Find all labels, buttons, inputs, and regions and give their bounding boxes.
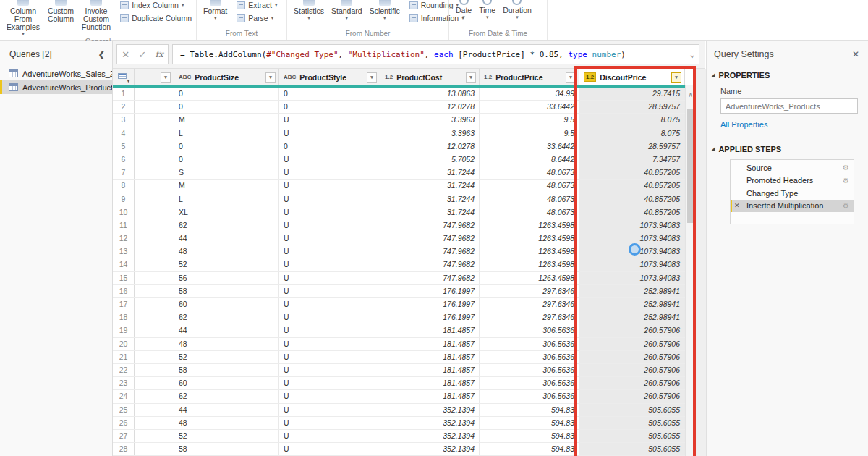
cell-ProductPrice[interactable]: 594.83	[480, 430, 579, 442]
cell-DiscoutPrice[interactable]: 40.857205	[579, 193, 685, 206]
cell-ProductPrice[interactable]: 1263.4598	[480, 258, 579, 271]
cell-ProductPrice[interactable]: 306.5636	[480, 351, 579, 363]
row-number[interactable]: 2	[113, 101, 135, 113]
cell-ProductCost[interactable]: 31.7244	[380, 193, 480, 206]
cell-ProductStyle[interactable]: 0	[279, 88, 380, 100]
cell-ProductPrice[interactable]: 594.83	[480, 443, 579, 455]
cell-ProductStyle[interactable]: U	[279, 324, 380, 337]
applied-step-promoted-headers[interactable]: Promoted Headers⚙	[731, 174, 854, 187]
cell-ProductPrice[interactable]: 594.83	[480, 404, 579, 416]
cell-hidden[interactable]	[135, 140, 174, 153]
ribbon-button-parse[interactable]: Parse▾	[237, 14, 277, 22]
cell-ProductPrice[interactable]: 48.0673	[480, 193, 579, 206]
row-number[interactable]: 25	[113, 404, 135, 416]
cell-hidden[interactable]	[135, 258, 174, 271]
cell-ProductCost[interactable]: 747.9682	[380, 272, 480, 284]
cell-ProductCost[interactable]: 181.4857	[380, 338, 480, 350]
cell-ProductPrice[interactable]: 306.5636	[480, 364, 579, 376]
cell-ProductPrice[interactable]: 33.6442	[480, 101, 579, 113]
filter-dropdown-icon[interactable]: ▾	[671, 72, 681, 83]
cell-ProductSize[interactable]: M	[174, 114, 279, 126]
query-name-input[interactable]	[720, 98, 858, 114]
cell-ProductStyle[interactable]: U	[279, 351, 380, 363]
cell-hidden[interactable]	[135, 377, 174, 389]
row-number[interactable]: 4	[113, 127, 135, 140]
filter-dropdown-icon[interactable]: ▾	[265, 72, 276, 83]
cell-ProductCost[interactable]: 747.9682	[380, 219, 480, 232]
cell-ProductStyle[interactable]: U	[279, 232, 380, 245]
cell-hidden[interactable]	[135, 272, 174, 284]
cell-ProductPrice[interactable]: 48.0673	[480, 180, 579, 192]
scrollbar-thumb[interactable]	[687, 109, 694, 223]
cell-ProductCost[interactable]: 181.4857	[380, 351, 480, 363]
cell-hidden[interactable]	[135, 101, 174, 113]
cell-hidden[interactable]	[135, 127, 174, 140]
cell-ProductPrice[interactable]: 33.6442	[480, 140, 579, 153]
filter-dropdown-icon[interactable]: ▾	[466, 72, 476, 83]
cell-ProductStyle[interactable]: U	[279, 404, 380, 416]
applied-step-source[interactable]: Source⚙	[731, 161, 854, 174]
column-header-ProductStyle[interactable]: ABCProductStyle▾	[279, 69, 380, 85]
cell-ProductSize[interactable]: 0	[174, 153, 279, 166]
cell-hidden[interactable]	[135, 390, 174, 402]
cell-hidden[interactable]	[135, 351, 174, 363]
cell-ProductSize[interactable]: 0	[174, 140, 279, 153]
cell-ProductStyle[interactable]: U	[279, 443, 380, 455]
cell-ProductSize[interactable]: 48	[174, 338, 279, 350]
cell-ProductStyle[interactable]: 0	[279, 140, 380, 153]
cell-ProductStyle[interactable]: U	[279, 285, 380, 297]
cell-ProductCost[interactable]: 181.4857	[380, 390, 480, 402]
cell-ProductSize[interactable]: S	[174, 166, 279, 179]
cell-hidden[interactable]	[135, 417, 174, 429]
row-number[interactable]: 21	[113, 351, 135, 363]
cell-DiscoutPrice[interactable]: 505.6055	[579, 443, 685, 455]
cell-hidden[interactable]	[135, 311, 174, 324]
cell-ProductPrice[interactable]: 8.6442	[480, 153, 579, 166]
cell-DiscoutPrice[interactable]: 252.98941	[579, 285, 685, 297]
cell-ProductSize[interactable]: 58	[174, 443, 279, 455]
cell-ProductCost[interactable]: 747.9682	[380, 245, 480, 258]
cell-hidden[interactable]	[135, 338, 174, 350]
cell-ProductCost[interactable]: 3.3963	[380, 127, 480, 140]
ribbon-button-duplicate-column[interactable]: Duplicate Column	[120, 14, 192, 22]
cell-ProductSize[interactable]: 52	[174, 258, 279, 271]
cell-hidden[interactable]	[135, 166, 174, 179]
cell-ProductStyle[interactable]: U	[279, 298, 380, 311]
ribbon-button-extract[interactable]: Extract▾	[237, 1, 277, 9]
cell-DiscoutPrice[interactable]: 260.57906	[579, 377, 685, 389]
cell-DiscoutPrice[interactable]: 40.857205	[579, 166, 685, 179]
cell-ProductStyle[interactable]: U	[279, 219, 380, 232]
cell-DiscoutPrice[interactable]: 7.34757	[579, 153, 685, 166]
ribbon-button-invoke-custom-function[interactable]: Invoke Custom Function	[79, 0, 114, 31]
applied-steps-collapse-icon[interactable]: ◢	[711, 146, 715, 152]
cell-ProductCost[interactable]: 31.7244	[380, 206, 480, 219]
cell-ProductStyle[interactable]: U	[279, 364, 380, 376]
queries-collapse-icon[interactable]: ❮	[98, 50, 105, 59]
cell-DiscoutPrice[interactable]: 1073.94083	[579, 258, 685, 271]
cell-ProductPrice[interactable]: 306.5636	[480, 377, 579, 389]
formula-expand-chevron-icon[interactable]: ⌄	[689, 50, 694, 59]
cell-ProductStyle[interactable]: U	[279, 166, 380, 179]
cell-ProductSize[interactable]: 44	[174, 404, 279, 416]
cell-hidden[interactable]	[135, 298, 174, 311]
cell-ProductCost[interactable]: 12.0278	[380, 140, 480, 153]
delete-step-icon[interactable]: ✕	[734, 202, 740, 209]
cell-ProductSize[interactable]: M	[174, 180, 279, 192]
select-all-header[interactable]: ▾	[113, 69, 135, 85]
cell-ProductSize[interactable]: L	[174, 193, 279, 206]
cell-ProductSize[interactable]: 48	[174, 245, 279, 258]
cell-DiscoutPrice[interactable]: 40.857205	[579, 206, 685, 219]
cell-ProductSize[interactable]: 56	[174, 272, 279, 284]
scroll-up-icon[interactable]: ∧	[686, 85, 695, 103]
cell-DiscoutPrice[interactable]: 260.57906	[579, 338, 685, 350]
cell-hidden[interactable]	[135, 443, 174, 455]
cell-DiscoutPrice[interactable]: 28.59757	[579, 140, 685, 153]
cell-hidden[interactable]	[135, 324, 174, 337]
applied-step-changed-type[interactable]: Changed Type	[731, 187, 854, 200]
column-header-ProductSize[interactable]: ABCProductSize▾	[174, 69, 279, 85]
row-number[interactable]: 20	[113, 338, 135, 350]
cell-ProductCost[interactable]: 747.9682	[380, 232, 480, 245]
row-number[interactable]: 12	[113, 232, 135, 245]
cell-hidden[interactable]	[135, 245, 174, 258]
row-number[interactable]: 7	[113, 166, 135, 179]
